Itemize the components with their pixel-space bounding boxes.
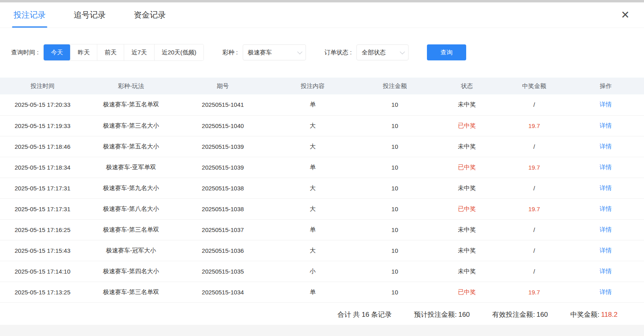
close-icon[interactable]: ✕ [618, 2, 632, 28]
cell-bet-amount: 10 [357, 282, 433, 302]
cell-prize-amount: / [501, 219, 568, 240]
summary-valid-amount: 有效投注金额:160 [492, 310, 548, 319]
table-row: 2025-05-15 17:19:33 极速赛车-第三名大小 20250515-… [0, 115, 644, 136]
cell-bet-time: 2025-05-15 17:18:46 [0, 136, 85, 157]
cell-bet-time: 2025-05-15 17:16:25 [0, 219, 85, 240]
cell-prize-amount: / [501, 178, 568, 198]
detail-link[interactable]: 详情 [600, 184, 612, 191]
header-actions: 操作 [568, 78, 644, 94]
cell-status: 已中奖 [433, 282, 501, 302]
cell-bet-amount: 10 [357, 115, 433, 136]
cell-bet-content: 单 [269, 94, 357, 115]
cell-issue-number: 20250515-1035 [177, 261, 268, 282]
cell-prize-amount: / [501, 136, 568, 157]
cell-lottery-play: 极速赛车-第八名大小 [85, 198, 177, 219]
cell-lottery-play: 极速赛车-第九名大小 [85, 178, 177, 198]
cell-status: 未中奖 [433, 261, 501, 282]
cell-bet-time: 2025-05-15 17:17:31 [0, 198, 85, 219]
cell-lottery-play: 极速赛车-亚军单双 [85, 157, 177, 178]
header-prize-amount: 中奖金额 [501, 78, 568, 94]
lottery-select-value: 极速赛车 [248, 49, 272, 56]
detail-link[interactable]: 详情 [600, 143, 612, 150]
table-row: 2025-05-15 17:16:25 极速赛车-第三名单双 20250515-… [0, 219, 644, 240]
cell-actions: 详情 [568, 261, 644, 282]
lottery-filter-label: 彩种 : [222, 49, 237, 56]
cell-bet-amount: 10 [357, 157, 433, 178]
window-bottom-edge [0, 325, 644, 336]
cell-bet-amount: 10 [357, 136, 433, 157]
detail-link[interactable]: 详情 [600, 226, 612, 233]
tab-fund-records[interactable]: 资金记录 [132, 2, 167, 28]
cell-bet-time: 2025-05-15 17:19:33 [0, 115, 85, 136]
cell-issue-number: 20250515-1038 [177, 198, 268, 219]
cell-status: 未中奖 [433, 240, 501, 261]
order-status-filter-label: 订单状态 : [324, 49, 352, 56]
search-button[interactable]: 查询 [427, 44, 466, 60]
cell-prize-amount: / [501, 261, 568, 282]
summary-expected-amount: 预计投注金额:160 [414, 310, 470, 319]
cell-bet-amount: 10 [357, 261, 433, 282]
table-body: 2025-05-15 17:20:33 极速赛车-第五名单双 20250515-… [0, 94, 644, 302]
time-filter-today[interactable]: 今天 [44, 44, 70, 60]
summary-bar: 合计 共 16 条记录 预计投注金额:160 有效投注金额:160 中奖金额:1… [0, 303, 644, 325]
time-filter-yesterday[interactable]: 昨天 [70, 44, 97, 60]
cell-bet-content: 单 [269, 282, 357, 302]
table-row: 2025-05-15 17:14:10 极速赛车-第四名大小 20250515-… [0, 261, 644, 282]
cell-bet-content: 小 [269, 261, 357, 282]
cell-prize-amount: 19.7 [501, 157, 568, 178]
cell-bet-time: 2025-05-15 17:13:25 [0, 282, 85, 302]
detail-link[interactable]: 详情 [600, 164, 612, 170]
cell-lottery-play: 极速赛车-第三名单双 [85, 219, 177, 240]
cell-bet-content: 大 [269, 178, 357, 198]
detail-link[interactable]: 详情 [600, 205, 612, 212]
cell-actions: 详情 [568, 136, 644, 157]
time-filter-label: 查询时间 : [11, 49, 38, 56]
cell-prize-amount: 19.7 [501, 115, 568, 136]
detail-link[interactable]: 详情 [600, 268, 612, 274]
time-filter-day-before[interactable]: 前天 [97, 44, 124, 60]
cell-issue-number: 20250515-1039 [177, 136, 268, 157]
cell-prize-amount: / [501, 94, 568, 115]
cell-bet-content: 大 [269, 136, 357, 157]
time-filter-last20days[interactable]: 近20天(低频) [155, 44, 204, 60]
cell-lottery-play: 极速赛车-第五名大小 [85, 136, 177, 157]
tab-bet-records[interactable]: 投注记录 [12, 2, 47, 28]
detail-link[interactable]: 详情 [600, 101, 612, 108]
lottery-select[interactable]: 极速赛车 [243, 44, 306, 60]
table-row: 2025-05-15 17:17:31 极速赛车-第八名大小 20250515-… [0, 198, 644, 219]
summary-valid-value: 160 [537, 311, 548, 318]
cell-bet-content: 大 [269, 198, 357, 219]
summary-prize-amount: 中奖金额:118.2 [570, 310, 618, 319]
cell-actions: 详情 [568, 219, 644, 240]
cell-lottery-play: 极速赛车-第五名单双 [85, 94, 177, 115]
tab-bar: 投注记录 追号记录 资金记录 ✕ [0, 2, 644, 28]
table-row: 2025-05-15 17:13:25 极速赛车-第三名单双 20250515-… [0, 282, 644, 302]
cell-bet-content: 大 [269, 240, 357, 261]
detail-link[interactable]: 详情 [600, 122, 612, 129]
cell-issue-number: 20250515-1034 [177, 282, 268, 302]
header-bet-content: 投注内容 [269, 78, 357, 94]
detail-link[interactable]: 详情 [600, 288, 612, 295]
cell-bet-amount: 10 [357, 240, 433, 261]
cell-prize-amount: 19.7 [501, 282, 568, 302]
detail-link[interactable]: 详情 [600, 247, 612, 254]
summary-total-records: 合计 共 16 条记录 [338, 310, 392, 319]
cell-lottery-play: 极速赛车-第四名大小 [85, 261, 177, 282]
tab-chase-records[interactable]: 追号记录 [72, 2, 107, 28]
summary-expected-label: 预计投注金额: [414, 311, 457, 318]
time-filter-last7days[interactable]: 近7天 [124, 44, 154, 60]
cell-actions: 详情 [568, 198, 644, 219]
cell-lottery-play: 极速赛车-第三名大小 [85, 115, 177, 136]
cell-status: 已中奖 [433, 198, 501, 219]
order-status-select[interactable]: 全部状态 [356, 44, 409, 60]
cell-status: 未中奖 [433, 136, 501, 157]
cell-bet-amount: 10 [357, 219, 433, 240]
table-row: 2025-05-15 17:18:46 极速赛车-第五名大小 20250515-… [0, 136, 644, 157]
records-panel: 投注记录 追号记录 资金记录 ✕ 查询时间 : 今天 昨天 前天 近7天 近20… [0, 2, 644, 325]
summary-prize-label: 中奖金额: [570, 311, 600, 318]
cell-actions: 详情 [568, 115, 644, 136]
summary-valid-label: 有效投注金额: [492, 311, 535, 318]
header-lottery-play: 彩种-玩法 [85, 78, 177, 94]
cell-actions: 详情 [568, 157, 644, 178]
table-row: 2025-05-15 17:15:43 极速赛车-冠军大小 20250515-1… [0, 240, 644, 261]
